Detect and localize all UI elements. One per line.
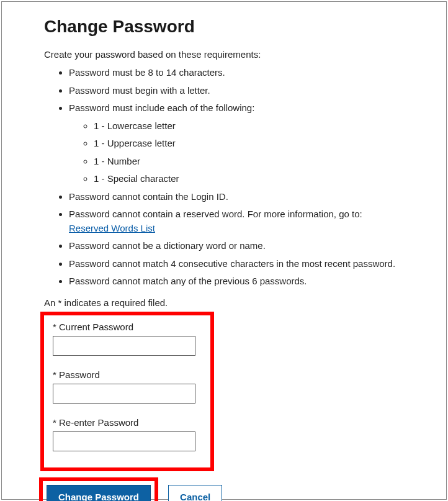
req-item-text: Password must include each of the follow… [69, 102, 254, 113]
req-item: Password cannot match any of the previou… [69, 274, 404, 289]
cancel-button[interactable]: Cancel [168, 485, 222, 502]
reserved-words-link[interactable]: Reserved Words List [69, 223, 155, 233]
reenter-password-group: * Re-enter Password [53, 417, 202, 451]
current-password-label: * Current Password [53, 322, 202, 332]
password-group: * Password [53, 369, 202, 404]
button-row: Change Password Cancel [39, 477, 404, 502]
password-input[interactable] [53, 384, 195, 404]
req-item: Password must be 8 to 14 characters. [69, 66, 404, 80]
required-note: An * indicates a required filed. [44, 297, 404, 308]
req-item: Password must begin with a letter. [69, 84, 404, 98]
change-password-button[interactable]: Change Password [47, 485, 151, 502]
current-password-input[interactable] [53, 336, 195, 356]
reenter-password-label: * Re-enter Password [53, 417, 202, 428]
sub-req-item: 1 - Special character [94, 172, 404, 186]
req-item: Password cannot match 4 consecutive char… [69, 257, 404, 271]
current-password-group: * Current Password [53, 322, 202, 356]
intro-text: Create your password based on these requ… [44, 49, 404, 60]
sub-requirements-list: 1 - Lowercase letter 1 - Uppercase lette… [69, 119, 404, 186]
reenter-password-input[interactable] [53, 431, 195, 451]
req-item-text: Password cannot contain a reserved word.… [69, 209, 362, 219]
sub-req-item: 1 - Number [94, 155, 404, 169]
password-label: * Password [53, 369, 202, 380]
req-item: Password cannot be a dictionary word or … [69, 239, 404, 253]
req-item: Password cannot contain a reserved word.… [69, 207, 404, 235]
page-title: Change Password [44, 17, 404, 37]
req-item: Password cannot contain the Login ID. [69, 190, 404, 204]
change-password-panel: Change Password Create your password bas… [1, 1, 447, 500]
req-item: Password must include each of the follow… [69, 101, 404, 186]
password-fields-highlight: * Current Password * Password * Re-enter… [40, 312, 214, 471]
requirements-list: Password must be 8 to 14 characters. Pas… [44, 66, 404, 289]
change-password-highlight: Change Password [39, 477, 158, 502]
sub-req-item: 1 - Lowercase letter [94, 119, 404, 133]
sub-req-item: 1 - Uppercase letter [94, 137, 404, 151]
